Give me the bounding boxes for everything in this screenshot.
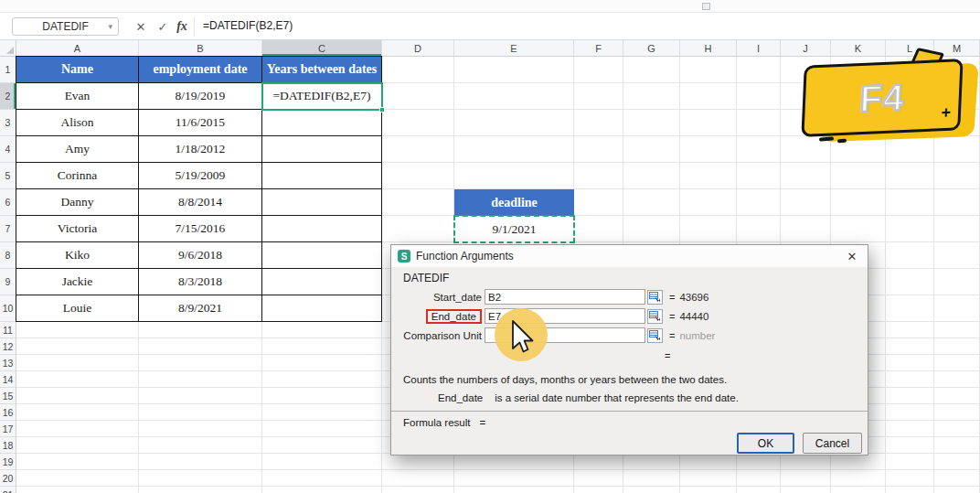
column-header-F[interactable]: F (574, 40, 623, 57)
cell-B2[interactable]: 8/19/2019 (139, 83, 262, 110)
equals-sign: = (480, 417, 486, 428)
row-header-4[interactable]: 4 (0, 136, 16, 163)
row-header-6[interactable]: 6 (0, 189, 16, 216)
start-date-input[interactable] (485, 289, 645, 305)
column-header-C[interactable]: C (262, 40, 382, 57)
row-header-17[interactable]: 17 (0, 421, 16, 437)
row-header-19[interactable]: 19 (0, 454, 16, 470)
row-header-16[interactable]: 16 (0, 404, 16, 421)
cell-A10[interactable]: Louie (16, 295, 139, 322)
cell-B7[interactable]: 7/15/2016 (139, 216, 262, 242)
cell-C10[interactable] (262, 295, 382, 322)
column-header-G[interactable]: G (623, 40, 680, 57)
select-all-corner[interactable] (0, 40, 16, 57)
range-selector-icon[interactable] (647, 290, 663, 305)
cell-B9[interactable]: 8/3/2018 (139, 269, 262, 295)
confirm-entry-icon[interactable]: ✓ (154, 18, 171, 35)
row-header-2[interactable]: 2 (0, 83, 16, 110)
row-header-21[interactable]: 21 (0, 487, 16, 493)
field-row-end-date: End_date = 44440 (403, 306, 708, 326)
cell-A4[interactable]: Amy (16, 136, 139, 163)
formula-input[interactable]: =DATEDIF(B2,E7) (203, 19, 293, 32)
gridline (16, 469, 980, 470)
dialog-title-bar[interactable]: S Function Arguments ✕ (391, 245, 868, 267)
cell-C2[interactable]: =DATEDIF(B2,E7) (262, 83, 382, 110)
row-header-8[interactable]: 8 (0, 242, 16, 269)
cancel-button[interactable]: Cancel (803, 433, 862, 454)
cell-B8[interactable]: 9/6/2018 (139, 242, 262, 269)
cell-A2[interactable]: Evan (16, 83, 139, 110)
cell-A3[interactable]: Alison (16, 110, 139, 136)
name-box-value: DATEDIF (42, 20, 88, 33)
field-row-comparison-unit: Comparison Unit = number (403, 326, 715, 345)
column-header-B[interactable]: B (139, 40, 262, 57)
function-arguments-dialog: S Function Arguments ✕ DATEDIF Start_dat… (390, 244, 868, 455)
f4-key-callout: F4 + (797, 51, 980, 148)
cell-C7[interactable] (262, 216, 382, 242)
row-header-20[interactable]: 20 (0, 470, 16, 487)
row-header-12[interactable]: 12 (0, 338, 16, 355)
column-header-D[interactable]: D (382, 40, 454, 57)
row-header-5[interactable]: 5 (0, 163, 16, 189)
name-box[interactable]: DATEDIF ▾ (12, 17, 119, 36)
cell-A7[interactable]: Victoria (16, 216, 139, 242)
plus-cursor-icon: + (941, 103, 951, 123)
row-header-13[interactable]: 13 (0, 355, 16, 371)
row-header-7[interactable]: 7 (0, 216, 16, 242)
column-header-H[interactable]: H (680, 40, 737, 57)
column-header-A[interactable]: A (16, 40, 139, 57)
cell-C4[interactable] (262, 136, 382, 163)
formula-bar-divider (194, 16, 195, 37)
row-header-3[interactable]: 3 (0, 110, 16, 136)
cell-A9[interactable]: Jackie (16, 269, 139, 295)
cancel-entry-icon[interactable]: ✕ (133, 18, 149, 35)
row-header-14[interactable]: 14 (0, 371, 16, 388)
row-header-9[interactable]: 9 (0, 269, 16, 295)
end-date-result: 44440 (679, 311, 708, 322)
equals-sign: = (665, 350, 670, 361)
function-name: DATEDIF (403, 272, 449, 284)
insert-function-icon[interactable]: fx (174, 18, 190, 35)
cell-A8[interactable]: Kiko (16, 242, 139, 269)
row-header-18[interactable]: 18 (0, 437, 16, 454)
dialog-separator (391, 411, 868, 412)
cell-C8[interactable] (262, 242, 382, 269)
close-icon[interactable]: ✕ (844, 249, 860, 263)
cell-C9[interactable] (262, 269, 382, 295)
range-selector-icon[interactable] (647, 328, 663, 343)
fill-handle[interactable] (379, 107, 385, 113)
cell-C5[interactable] (262, 163, 382, 189)
cell-C1[interactable]: Years between dates (262, 57, 382, 83)
cell-A6[interactable]: Danny (16, 189, 139, 216)
row-header-15[interactable]: 15 (0, 388, 16, 404)
cell-B4[interactable]: 1/18/2012 (139, 136, 262, 163)
column-header-I[interactable]: I (737, 40, 781, 57)
cell-B6[interactable]: 8/8/2014 (139, 189, 262, 216)
cell-B5[interactable]: 5/19/2009 (139, 163, 262, 189)
ribbon-remnant (0, 0, 980, 13)
end-date-label-highlighted: End_date (426, 309, 482, 324)
cell-B3[interactable]: 11/6/2015 (139, 110, 262, 136)
row-header-11[interactable]: 11 (0, 322, 16, 338)
equals-sign: = (669, 292, 675, 303)
formula-bar: DATEDIF ▾ ✕ ✓ fx =DATEDIF(B2,E7) (0, 13, 980, 40)
cell-B1[interactable]: employment date (139, 57, 262, 83)
cell-C6[interactable] (262, 189, 382, 216)
cell-A5[interactable]: Corinna (16, 163, 139, 189)
equals-sign: = (669, 311, 675, 322)
cell-E7[interactable]: 9/1/2021 (454, 216, 574, 242)
cell-A1[interactable]: Name (16, 57, 139, 83)
ok-button[interactable]: OK (737, 433, 794, 454)
range-selector-icon[interactable] (647, 309, 663, 324)
cell-B10[interactable]: 8/9/2021 (139, 295, 262, 322)
argument-help-text: is a serial date number that represents … (495, 392, 739, 403)
cell-C3[interactable] (262, 110, 382, 136)
function-description: Counts the numbers of days, months or ye… (403, 374, 727, 385)
gridline (16, 486, 980, 487)
start-date-label: Start_date (433, 292, 482, 303)
chevron-down-icon[interactable]: ▾ (108, 22, 112, 31)
column-header-E[interactable]: E (454, 40, 574, 57)
row-header-10[interactable]: 10 (0, 295, 16, 322)
row-header-1[interactable]: 1 (0, 57, 16, 83)
cell-E6[interactable]: deadline (454, 189, 574, 216)
